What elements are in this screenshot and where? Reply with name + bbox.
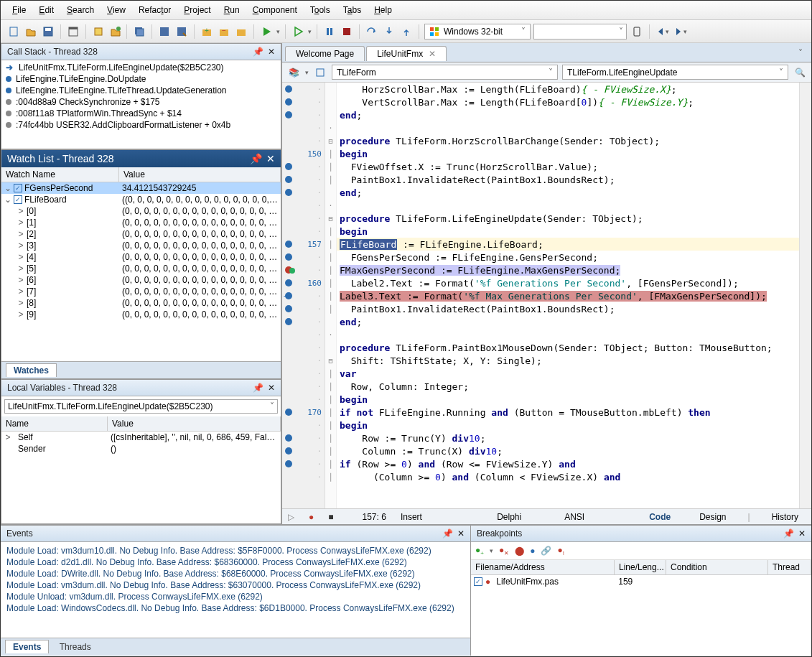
tab-welcome[interactable]: Welcome Page bbox=[285, 46, 365, 61]
locals-list[interactable]: >Self([csInheritable], '', nil, nil, 0, … bbox=[1, 432, 281, 523]
nav-forward-icon[interactable]: ▾ bbox=[673, 24, 688, 39]
callstack-row[interactable]: ➜LifeUnitFmx.TLifeForm.LifeEngineUpdate(… bbox=[1, 62, 281, 73]
bp-props-icon[interactable]: ●! bbox=[557, 545, 564, 556]
run-nodebug-icon[interactable] bbox=[291, 24, 305, 39]
step-over-icon[interactable] bbox=[365, 24, 379, 39]
locals-row[interactable]: Sender() bbox=[1, 443, 281, 455]
close-icon[interactable]: ✕ bbox=[457, 528, 465, 539]
class-combo[interactable]: TLifeForm˅ bbox=[332, 65, 558, 80]
save-project-icon[interactable] bbox=[157, 24, 172, 39]
locals-scope-combo[interactable]: LifeUnitFmx.TLifeForm.LifeEngineUpdate($… bbox=[4, 399, 278, 414]
event-row[interactable]: Module Load: WindowsCodecs.dll. No Debug… bbox=[6, 602, 465, 614]
event-row[interactable]: Module Load: vm3dum10.dll. No Debug Info… bbox=[6, 545, 465, 556]
open-project-icon[interactable] bbox=[108, 24, 123, 39]
locals-row[interactable]: >Self([csInheritable], '', nil, nil, 0, … bbox=[1, 432, 281, 443]
books-icon[interactable]: 📚 bbox=[286, 65, 301, 80]
watch-row[interactable]: > [0](0, 0, 0, 0, 0, 0, 0, 0, 0, 0, 0, 0… bbox=[1, 205, 281, 217]
pin-icon[interactable]: 📌 bbox=[250, 153, 262, 164]
pin-icon[interactable]: 📌 bbox=[783, 528, 794, 539]
events-list[interactable]: Module Load: vm3dum10.dll. No Debug Info… bbox=[1, 542, 470, 638]
encoding-label[interactable]: ANSI bbox=[564, 512, 584, 522]
watch-row[interactable]: > [9](0, 0, 0, 0, 0, 0, 0, 0, 0, 0, 0, 0… bbox=[1, 309, 281, 320]
tab-lifeunitfmx[interactable]: LifeUnitFmx✕ bbox=[366, 46, 447, 61]
nav-back-icon[interactable]: ▾ bbox=[655, 24, 670, 39]
remove-from-project-icon[interactable]: − bbox=[217, 24, 231, 39]
watch-row[interactable]: > [8](0, 0, 0, 0, 0, 0, 0, 0, 0, 0, 0, 0… bbox=[1, 297, 281, 309]
event-row[interactable]: Module Load: d2d1.dll. No Debug Info. Ba… bbox=[6, 556, 465, 568]
callstack-list[interactable]: ➜LifeUnitFmx.TLifeForm.LifeEngineUpdate(… bbox=[1, 60, 281, 149]
tab-close-icon[interactable]: ✕ bbox=[429, 49, 436, 59]
code-editor[interactable]: ·····150······157··160➜·········170·····… bbox=[282, 83, 811, 508]
watch-col-value[interactable]: Value bbox=[119, 167, 281, 182]
watch-row[interactable]: ⌄ ✓FLifeBoard((0, 0, 0, 0, 0, 0, 0, 0, 0… bbox=[1, 194, 281, 205]
menu-search[interactable]: Search bbox=[61, 3, 100, 17]
menu-tabs[interactable]: Tabs bbox=[337, 3, 367, 17]
watch-col-name[interactable]: Watch Name bbox=[1, 167, 119, 182]
bp-delete-all-icon[interactable]: ⬤ bbox=[515, 546, 524, 556]
insert-mode[interactable]: Insert bbox=[401, 512, 422, 522]
watch-row[interactable]: > [2](0, 0, 0, 0, 0, 0, 0, 0, 0, 0, 0, 0… bbox=[1, 228, 281, 240]
close-icon[interactable]: ✕ bbox=[798, 528, 806, 539]
menu-project[interactable]: Project bbox=[178, 3, 216, 17]
search-icon[interactable]: 🔍 bbox=[793, 65, 807, 80]
menu-refactor[interactable]: Refactor bbox=[133, 3, 177, 17]
view-tab-code[interactable]: Code bbox=[642, 511, 678, 523]
pin-icon[interactable]: 📌 bbox=[253, 47, 263, 57]
callstack-row[interactable]: LifeEngine.TLifeEngine.TLifeThread.Updat… bbox=[1, 85, 281, 96]
bp-group-icon[interactable]: 🔗 bbox=[541, 546, 551, 556]
tab-watches[interactable]: Watches bbox=[6, 363, 57, 377]
open-icon[interactable] bbox=[24, 24, 38, 39]
close-icon[interactable]: ✕ bbox=[266, 153, 275, 164]
macro-stop-icon[interactable]: ● bbox=[309, 512, 314, 522]
view-tab-design[interactable]: Design bbox=[692, 511, 733, 523]
menu-tools[interactable]: Tools bbox=[304, 3, 336, 17]
save-project-as-icon[interactable] bbox=[174, 24, 189, 39]
macro-play-icon[interactable]: ■ bbox=[328, 512, 333, 522]
chevron-down-icon[interactable]: ˅ bbox=[793, 48, 808, 58]
breakpoints-list[interactable]: ✓●LifeUnitFmx.pas159 bbox=[471, 575, 811, 656]
step-into-icon[interactable] bbox=[382, 24, 396, 39]
close-icon[interactable]: ✕ bbox=[268, 47, 275, 57]
menu-edit[interactable]: Edit bbox=[33, 3, 60, 17]
config-combo[interactable]: ˅ bbox=[533, 24, 627, 39]
method-combo[interactable]: TLifeForm.LifeEngineUpdate˅ bbox=[562, 65, 788, 80]
bp-delete-icon[interactable]: ●✕ bbox=[499, 545, 509, 556]
platform-combo[interactable]: Windows 32-bit ˅ bbox=[424, 24, 531, 39]
pin-icon[interactable]: 📌 bbox=[253, 383, 263, 393]
save-icon[interactable] bbox=[41, 24, 55, 39]
tab-threads[interactable]: Threads bbox=[52, 640, 99, 654]
new-icon[interactable] bbox=[6, 24, 21, 39]
bp-col-cond[interactable]: Condition bbox=[666, 560, 768, 574]
save-all-icon[interactable] bbox=[132, 24, 146, 39]
watch-row[interactable]: > [5](0, 0, 0, 0, 0, 0, 0, 0, 0, 0, 0, 0… bbox=[1, 263, 281, 274]
close-icon[interactable]: ✕ bbox=[268, 383, 275, 393]
stop-icon[interactable] bbox=[340, 24, 354, 39]
bp-enable-icon[interactable]: ● bbox=[530, 546, 535, 556]
menu-component[interactable]: Component bbox=[247, 3, 303, 17]
menu-view[interactable]: View bbox=[101, 3, 131, 17]
locals-col-name[interactable]: Name bbox=[1, 416, 108, 431]
callstack-row[interactable]: :004d88a9 CheckSynchronize + $175 bbox=[1, 96, 281, 108]
event-row[interactable]: Module Load: DWrite.dll. No Debug Info. … bbox=[6, 568, 465, 579]
tab-events[interactable]: Events bbox=[5, 640, 49, 653]
add-to-project-icon[interactable]: + bbox=[200, 24, 214, 39]
view-tab-history[interactable]: History bbox=[765, 511, 806, 523]
new-items-icon[interactable] bbox=[91, 24, 106, 39]
watch-row[interactable]: > [6](0, 0, 0, 0, 0, 0, 0, 0, 0, 0, 0, 0… bbox=[1, 274, 281, 286]
run-icon[interactable] bbox=[259, 24, 274, 39]
menu-help[interactable]: Help bbox=[368, 3, 398, 17]
bp-col-line[interactable]: Line/Leng... bbox=[615, 560, 666, 574]
view-units-icon[interactable] bbox=[234, 24, 248, 39]
toggle-form-icon[interactable] bbox=[66, 24, 80, 39]
device-icon[interactable] bbox=[630, 24, 644, 39]
callstack-row[interactable]: LifeEngine.TLifeEngine.DoUpdate bbox=[1, 73, 281, 85]
breakpoint-row[interactable]: ✓●LifeUnitFmx.pas159 bbox=[471, 575, 811, 588]
bp-col-file[interactable]: Filename/Address bbox=[471, 560, 615, 574]
step-out-icon[interactable] bbox=[399, 24, 414, 39]
watch-row[interactable]: ⌄ ✓FGensPerSecond34.4121543729245 bbox=[1, 182, 281, 194]
watch-row[interactable]: > [4](0, 0, 0, 0, 0, 0, 0, 0, 0, 0, 0, 0… bbox=[1, 251, 281, 263]
locals-col-value[interactable]: Value bbox=[108, 416, 281, 431]
event-row[interactable]: Module Load: vm3dum.dll. No Debug Info. … bbox=[6, 579, 465, 591]
menu-file[interactable]: File bbox=[6, 3, 32, 17]
callstack-row[interactable]: :008f11a8 TPlatformWin.ThreadSync + $14 bbox=[1, 108, 281, 119]
